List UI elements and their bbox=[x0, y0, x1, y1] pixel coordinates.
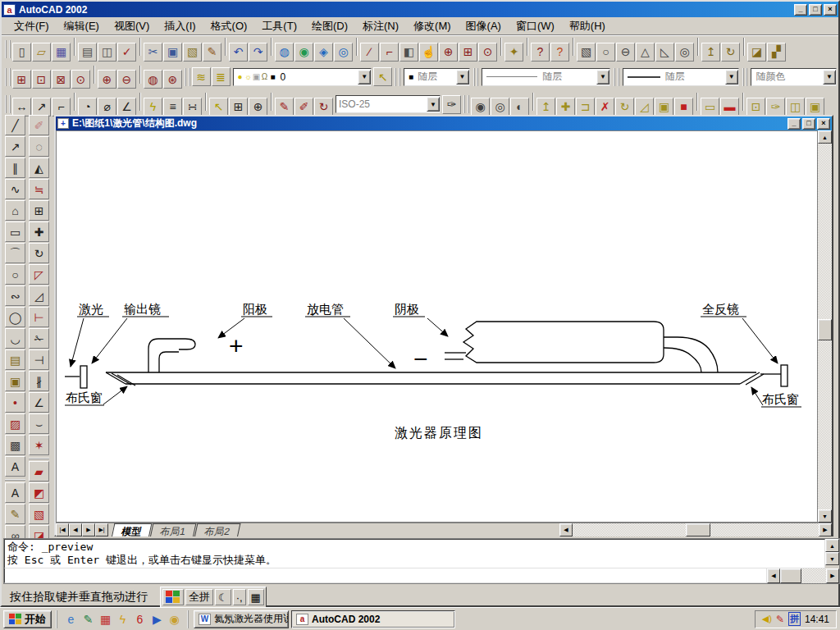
make-layer-current-button[interactable]: ↖ bbox=[373, 67, 392, 86]
pan-realtime-button[interactable]: ☝ bbox=[419, 43, 438, 62]
radius-dimension-button[interactable]: ◔ bbox=[78, 98, 97, 116]
dropdown-arrow-icon[interactable]: ▼ bbox=[596, 70, 609, 84]
today-button[interactable]: ◍ bbox=[275, 43, 294, 62]
paste-button[interactable]: ▧ bbox=[183, 43, 202, 62]
dimension-edit-button[interactable]: ✎ bbox=[275, 98, 294, 116]
color-faces-button[interactable]: ■ bbox=[674, 98, 693, 116]
dimstyle-dropdown[interactable]: ISO-25 ▼ bbox=[336, 95, 441, 113]
volume-speaker-icon[interactable]: ◀) bbox=[762, 614, 772, 624]
menu-draw[interactable]: 绘图(D) bbox=[304, 16, 355, 36]
toolbar-handle[interactable] bbox=[185, 68, 190, 86]
ime-punctuation-icon[interactable]: ·, bbox=[233, 589, 246, 605]
lengthen-button[interactable]: ⊢ bbox=[29, 307, 49, 327]
ime-logo-button[interactable] bbox=[162, 589, 184, 605]
vscroll-track[interactable] bbox=[818, 144, 832, 509]
3d-face-button[interactable]: ◩ bbox=[29, 482, 49, 503]
save-button[interactable]: ▦ bbox=[52, 43, 71, 62]
copy-button[interactable]: ▣ bbox=[163, 43, 182, 62]
notes-button[interactable]: ✎ bbox=[80, 610, 97, 628]
clean-button[interactable]: ✑ bbox=[766, 98, 785, 116]
minimize-button[interactable]: _ bbox=[794, 4, 807, 16]
solid-wedge-button[interactable]: ◺ bbox=[655, 43, 674, 62]
tab-model[interactable]: 模型 bbox=[112, 523, 152, 536]
maximize-button[interactable]: □ bbox=[809, 4, 822, 16]
linetype-control-dropdown[interactable]: 随层 ▼ bbox=[482, 68, 610, 86]
scroll-right-icon[interactable]: ▶ bbox=[819, 523, 832, 536]
toolbar-handle[interactable] bbox=[29, 458, 49, 459]
toolbar-handle[interactable] bbox=[614, 68, 619, 86]
layer-dropdown[interactable]: ● ☼ ▣ Ω ■ 0 ▼ bbox=[233, 68, 372, 86]
zoom-scale-button[interactable]: ⊠ bbox=[52, 70, 71, 89]
command-history[interactable]: 命令: _preview按 Esc 或 Enter 键退出，或单击右键显示快捷菜… bbox=[4, 539, 825, 568]
ime-softkeyboard-icon[interactable]: ▦ bbox=[248, 589, 264, 605]
mirror-button[interactable]: ◭ bbox=[29, 158, 49, 178]
media-app-button[interactable]: ▦ bbox=[97, 610, 114, 628]
menu-file[interactable]: 文件(F) bbox=[7, 16, 57, 36]
stretch-button[interactable]: ◿ bbox=[29, 285, 49, 306]
toolbar-handle[interactable] bbox=[5, 95, 11, 113]
offset-faces-button[interactable]: ⊐ bbox=[576, 98, 595, 116]
scale-button[interactable]: ◸ bbox=[29, 264, 49, 285]
toolbar-handle[interactable] bbox=[5, 479, 25, 481]
help-button[interactable]: ? bbox=[531, 43, 550, 62]
array-button[interactable]: ⊞ bbox=[29, 200, 49, 221]
subtract-button[interactable]: ◎ bbox=[491, 98, 509, 116]
intersect-button[interactable]: ◐ bbox=[510, 98, 529, 116]
vertical-scrollbar[interactable]: ▲ ▼ bbox=[818, 130, 832, 523]
extrude-faces-button[interactable]: ↥ bbox=[536, 98, 555, 116]
tray-ime-badge[interactable]: 拼 bbox=[788, 612, 801, 626]
etransmit-button[interactable]: ◈ bbox=[314, 43, 333, 62]
hscroll-track[interactable] bbox=[573, 523, 819, 536]
tab-first-icon[interactable]: |◀ bbox=[56, 523, 69, 536]
ellipse-button[interactable]: ◯ bbox=[5, 307, 25, 327]
toolbar-handle[interactable] bbox=[5, 68, 11, 86]
rotate-faces-button[interactable]: ↻ bbox=[615, 98, 634, 116]
dim-style-button[interactable]: ✑ bbox=[442, 95, 461, 114]
properties-button[interactable]: ◧ bbox=[399, 43, 418, 62]
menu-help[interactable]: 帮助(H) bbox=[562, 16, 613, 36]
command-hscroll-thumb[interactable] bbox=[780, 568, 801, 583]
separate-button[interactable]: ◫ bbox=[786, 98, 805, 116]
polygon-button[interactable]: ⌂ bbox=[5, 200, 25, 221]
task-word-document[interactable]: W 氦氖激光器使用说明 ... bbox=[194, 610, 289, 628]
insert-block-button[interactable]: ▤ bbox=[5, 349, 25, 370]
fillet-button[interactable]: ⌣ bbox=[29, 413, 49, 434]
flashget-button[interactable]: ϟ bbox=[114, 610, 131, 628]
doc-maximize-button[interactable]: □ bbox=[802, 118, 815, 130]
menu-window[interactable]: 窗口(W) bbox=[509, 16, 562, 36]
tolerance-button[interactable]: ⊞ bbox=[229, 98, 248, 116]
solid-cone-button[interactable]: △ bbox=[636, 43, 655, 62]
pen-tablet-icon[interactable]: ✎ bbox=[776, 614, 784, 625]
dropdown-arrow-icon[interactable]: ▼ bbox=[456, 70, 469, 84]
scroll-up-icon[interactable]: ▲ bbox=[818, 130, 832, 144]
chamfer-button[interactable]: ∠ bbox=[29, 392, 49, 413]
polyline-button[interactable]: ∿ bbox=[5, 179, 25, 199]
ie-button[interactable]: e bbox=[62, 610, 80, 628]
start-button[interactable]: 开始 bbox=[3, 610, 52, 628]
designcenter-button[interactable]: ✦ bbox=[504, 43, 523, 62]
solid-torus-button[interactable]: ◎ bbox=[675, 43, 694, 62]
command-scroll-up-icon[interactable]: ▲ bbox=[825, 539, 839, 552]
ime-method-button[interactable]: 全拼 bbox=[185, 589, 213, 605]
ime-fullhalf-moon-icon[interactable]: ☾ bbox=[215, 589, 231, 605]
media-player-button[interactable]: ▶ bbox=[148, 610, 166, 628]
menu-insert[interactable]: 插入(I) bbox=[157, 16, 203, 36]
break-button[interactable]: ∦ bbox=[29, 371, 49, 391]
zoom-in-button[interactable]: ⊕ bbox=[98, 70, 116, 89]
section-button[interactable]: ▞ bbox=[767, 43, 786, 62]
redo-button[interactable]: ↷ bbox=[249, 43, 267, 62]
hatch-button[interactable]: ▨ bbox=[5, 413, 25, 434]
cut-button[interactable]: ✂ bbox=[144, 43, 162, 62]
rectangle-button[interactable]: ▭ bbox=[5, 221, 25, 242]
zoom-out-button[interactable]: ⊖ bbox=[117, 70, 136, 89]
box-surface-button[interactable]: ▧ bbox=[29, 504, 49, 524]
plotstyle-control-dropdown[interactable]: 随颜色 ▼ bbox=[751, 68, 837, 86]
toolbar-handle[interactable] bbox=[463, 95, 469, 113]
edit-text-button[interactable]: ✎ bbox=[5, 504, 25, 524]
arc-button[interactable]: ⌒ bbox=[5, 243, 25, 263]
dropdown-arrow-icon[interactable]: ▼ bbox=[358, 70, 371, 84]
spline-button[interactable]: ∾ bbox=[5, 285, 25, 306]
dropdown-arrow-icon[interactable]: ▼ bbox=[725, 70, 738, 84]
diameter-dimension-button[interactable]: ⌀ bbox=[98, 98, 116, 116]
layer-manager-button[interactable]: ≣ bbox=[212, 67, 231, 86]
